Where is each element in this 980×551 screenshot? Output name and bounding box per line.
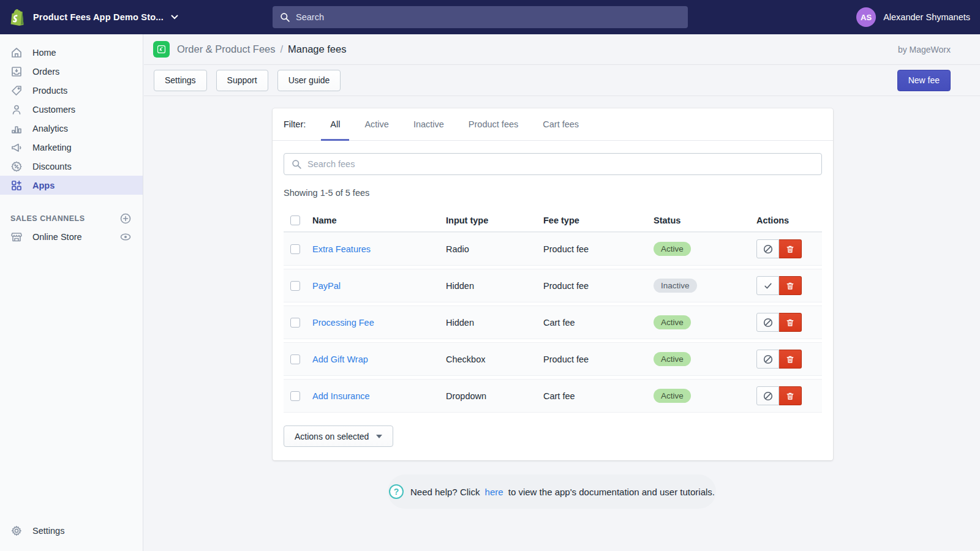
tag-icon [10, 84, 23, 97]
fee-type-cell: Product fee [543, 354, 654, 364]
status-badge: Inactive [654, 279, 697, 293]
user-menu[interactable]: AS Alexander Shymanets [856, 0, 970, 34]
fees-search-input[interactable] [307, 159, 814, 169]
delete-fee-button[interactable] [779, 386, 802, 405]
tab-cart-fees[interactable]: Cart fees [533, 108, 588, 141]
sidebar-item-label: Customers [32, 105, 75, 114]
question-circle-icon: ? [389, 484, 404, 499]
delete-fee-button[interactable] [779, 350, 802, 369]
orders-icon [10, 66, 23, 78]
row-checkbox[interactable] [290, 354, 300, 364]
results-count: Showing 1-5 of 5 fees [284, 188, 822, 198]
table-row: PayPal Hidden Product fee Inactive [284, 269, 822, 302]
sidebar-item-analytics[interactable]: Analytics [0, 119, 143, 138]
actions-on-selected-button[interactable]: Actions on selected [284, 425, 393, 447]
sidebar-item-label: Apps [32, 181, 55, 190]
breadcrumb-separator: / [280, 43, 283, 55]
fee-type-cell: Product fee [543, 281, 654, 291]
fee-type-cell: Product fee [543, 244, 654, 254]
sales-channels-label: SALES CHANNELS [10, 214, 85, 223]
table-row: Add Gift Wrap Checkbox Product fee Activ… [284, 342, 822, 376]
sidebar-item-customers[interactable]: Customers [0, 100, 143, 119]
input-type-cell: Radio [446, 244, 543, 254]
eye-icon[interactable] [119, 231, 132, 243]
user-name: Alexander Shymanets [883, 12, 970, 22]
store-switcher[interactable]: Product Fees App Demo Sto... [9, 0, 178, 34]
sidebar-item-label: Products [32, 86, 67, 96]
caret-down-icon [376, 435, 382, 438]
tab-product-fees[interactable]: Product fees [459, 108, 527, 141]
fee-type-cell: Cart fee [543, 391, 654, 401]
global-search-input[interactable] [296, 12, 680, 22]
user-guide-button[interactable]: User guide [277, 70, 341, 91]
home-icon [10, 47, 23, 59]
row-checkbox[interactable] [290, 318, 300, 328]
actions-on-selected-label: Actions on selected [295, 432, 369, 441]
fee-name-link[interactable]: PayPal [312, 281, 341, 291]
filter-tabs: Filter: All Active Inactive Product fees… [273, 108, 833, 141]
fee-name-link[interactable]: Processing Fee [312, 318, 374, 328]
input-type-cell: Hidden [446, 281, 543, 291]
disable-fee-button[interactable] [756, 313, 779, 332]
status-badge: Active [654, 242, 691, 256]
breadcrumb-app-name[interactable]: Order & Product Fees [177, 43, 275, 55]
select-all-checkbox[interactable] [290, 216, 300, 225]
bar-chart-icon [10, 122, 23, 135]
table-row: Extra Features Radio Product fee Active [284, 232, 822, 266]
row-checkbox[interactable] [290, 391, 300, 401]
help-link[interactable]: here [485, 487, 503, 497]
breadcrumb: Order & Product Fees / Manage fees by Ma… [144, 34, 980, 64]
col-status: Status [654, 216, 756, 225]
fees-search[interactable] [284, 153, 822, 175]
fees-card: Filter: All Active Inactive Product fees… [273, 108, 833, 460]
support-button[interactable]: Support [216, 70, 268, 91]
help-text-after: to view the app's documentation and user… [508, 487, 715, 497]
status-badge: Active [654, 389, 691, 403]
sales-channels-header: SALES CHANNELS [0, 210, 143, 227]
disable-fee-button[interactable] [756, 386, 779, 405]
fee-name-link[interactable]: Extra Features [312, 244, 371, 254]
settings-button[interactable]: Settings [154, 70, 207, 91]
sidebar-item-home[interactable]: Home [0, 43, 143, 62]
global-search[interactable] [273, 6, 688, 28]
sidebar-item-online-store[interactable]: Online Store [0, 227, 143, 247]
sidebar-item-apps[interactable]: Apps [0, 176, 143, 195]
delete-fee-button[interactable] [779, 313, 802, 332]
fee-name-link[interactable]: Add Insurance [312, 391, 370, 401]
add-channel-icon[interactable] [119, 212, 132, 225]
disable-fee-button[interactable] [756, 350, 779, 369]
gear-icon [10, 525, 23, 537]
toolbar: Settings Support User guide New fee [144, 64, 980, 96]
fee-name-link[interactable]: Add Gift Wrap [312, 354, 368, 364]
col-fee-type: Fee type [543, 216, 654, 225]
col-name: Name [312, 216, 446, 225]
fees-table: Name Input type Fee type Status Actions … [284, 209, 822, 413]
tab-active[interactable]: Active [355, 108, 398, 141]
tab-inactive[interactable]: Inactive [404, 108, 453, 141]
row-checkbox[interactable] [290, 244, 300, 254]
enable-fee-button[interactable] [756, 276, 779, 295]
storefront-icon [10, 231, 23, 243]
table-header: Name Input type Fee type Status Actions [284, 209, 822, 232]
new-fee-button[interactable]: New fee [897, 70, 951, 91]
sidebar-item-products[interactable]: Products [0, 81, 143, 100]
disable-fee-button[interactable] [756, 239, 779, 258]
delete-fee-button[interactable] [779, 239, 802, 258]
discount-icon [10, 160, 23, 173]
table-row: Add Insurance Dropdown Cart fee Active [284, 379, 822, 413]
search-icon [292, 159, 302, 170]
sidebar-item-orders[interactable]: Orders [0, 62, 143, 81]
store-name: Product Fees App Demo Sto... [33, 12, 164, 22]
tab-all[interactable]: All [321, 108, 349, 141]
sidebar-item-marketing[interactable]: Marketing [0, 138, 143, 157]
sidebar-item-settings[interactable]: Settings [0, 521, 143, 540]
content-area: Filter: All Active Inactive Product fees… [144, 96, 980, 489]
help-banner: ? Need help? Click here to view the app'… [388, 474, 716, 509]
delete-fee-button[interactable] [779, 276, 802, 295]
sidebar-item-discounts[interactable]: Discounts [0, 157, 143, 176]
fee-type-cell: Cart fee [543, 318, 654, 328]
status-badge: Active [654, 315, 691, 329]
row-checkbox[interactable] [290, 281, 300, 291]
chevron-down-icon [171, 15, 178, 20]
sidebar-item-label: Marketing [32, 143, 72, 152]
